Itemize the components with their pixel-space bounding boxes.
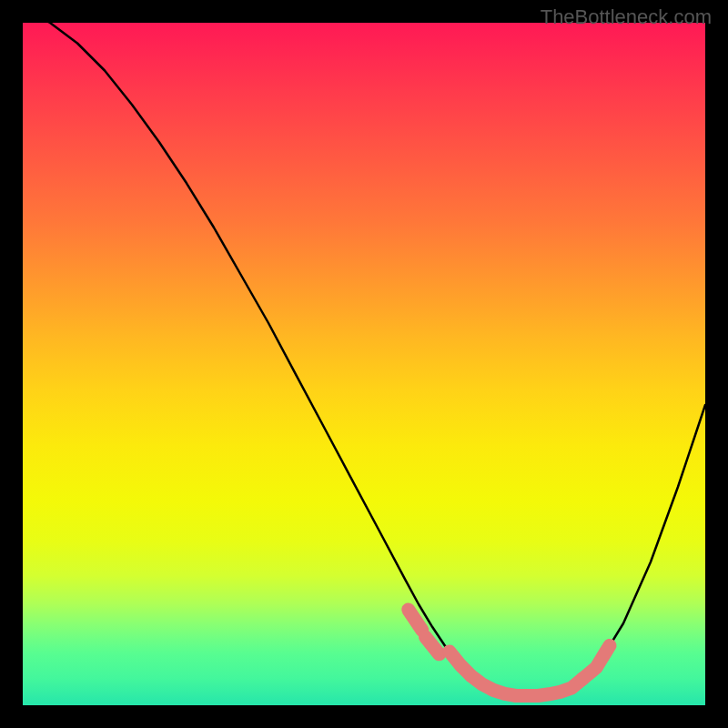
chart-plot-area [23, 23, 705, 705]
bottleneck-curve [23, 23, 705, 696]
optimal-range-markers [409, 610, 610, 696]
chart-svg [23, 23, 705, 705]
watermark-text: TheBottleneck.com [541, 5, 712, 29]
